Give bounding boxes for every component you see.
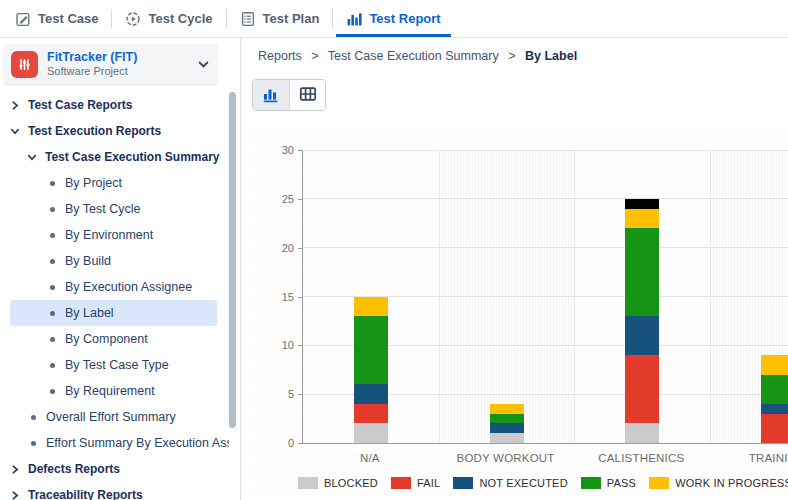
chart-legend: BLOCKEDFAILNOT EXECUTEDPASSWORK IN PROGR… (298, 477, 788, 489)
sidebar-item-test-execution-reports[interactable]: Test Execution Reports (0, 118, 229, 144)
bullet-icon (50, 259, 55, 264)
legend-item[interactable]: WORK IN PROGRESS (649, 477, 788, 489)
bar-segment[interactable] (354, 297, 388, 317)
bar-segment[interactable] (625, 355, 659, 423)
gridline (439, 150, 440, 443)
sidebar-item-label: Effort Summary By Execution Assignee (46, 436, 229, 450)
breadcrumb-separator: > (311, 49, 318, 63)
bar-segment[interactable] (761, 404, 788, 414)
sidebar-item-label: Traceability Reports (28, 488, 143, 500)
legend-label: BLOCKED (324, 477, 378, 489)
sidebar-item-by-execution-assignee[interactable]: By Execution Assignee (0, 274, 229, 300)
tab-label: Test Case (38, 11, 98, 26)
legend-label: NOT EXECUTED (479, 477, 567, 489)
legend-item[interactable]: PASS (581, 477, 636, 489)
bullet-icon (50, 311, 55, 316)
sidebar-item-by-test-case-type[interactable]: By Test Case Type (0, 352, 229, 378)
chevron-down-icon (27, 152, 37, 163)
bar-segment[interactable] (625, 228, 659, 316)
sidebar-item-label: By Requirement (65, 384, 155, 398)
project-name: FitTracker (FIT) (47, 50, 137, 64)
y-tick-label: 15 (260, 291, 294, 303)
sidebar-item-traceability-reports[interactable]: Traceability Reports (0, 482, 229, 500)
sidebar-item-by-requirement[interactable]: By Requirement (0, 378, 229, 404)
bar-segment[interactable] (625, 199, 659, 209)
category-band (439, 150, 575, 443)
top-navigation: Test Case Test Cycle Test Plan (0, 0, 788, 38)
x-category-label: CALISTHENICS (573, 452, 709, 464)
bar-segment[interactable] (354, 423, 388, 443)
test-cycle-icon (125, 11, 141, 27)
legend-label: PASS (607, 477, 636, 489)
bar-segment[interactable] (490, 414, 524, 424)
tab-test-cycle[interactable]: Test Cycle (112, 0, 225, 37)
bar-segment[interactable] (354, 384, 388, 404)
chart-panel: 051015202530 N/ABODY WORKOUTCALISTHENICS… (250, 130, 788, 498)
sidebar-item-label: By Project (65, 176, 122, 190)
y-tick-label: 25 (260, 193, 294, 205)
sidebar-item-label: By Environment (65, 228, 153, 242)
sidebar-item-effort-summary-by-execution-assignee[interactable]: Effort Summary By Execution Assignee (0, 430, 229, 456)
sidebar-item-test-case-execution-summary[interactable]: Test Case Execution Summary (0, 144, 229, 170)
sidebar-scrollbar[interactable] (229, 92, 236, 428)
y-tick (298, 150, 302, 151)
project-icon (11, 51, 38, 78)
tab-label: Test Cycle (148, 11, 212, 26)
y-tick (298, 248, 302, 249)
chart-view-button[interactable] (253, 80, 289, 110)
sidebar-item-by-environment[interactable]: By Environment (0, 222, 229, 248)
breadcrumb-item-reports[interactable]: Reports (258, 49, 302, 63)
x-category-label: TRAINING (709, 452, 788, 464)
y-tick-label: 30 (260, 144, 294, 156)
sidebar-item-by-label[interactable]: By Label (10, 300, 217, 326)
y-tick (298, 345, 302, 346)
tab-test-case[interactable]: Test Case (2, 0, 111, 37)
sidebar-item-label: Test Case Reports (28, 98, 132, 112)
bar-segment[interactable] (354, 316, 388, 384)
sidebar-item-by-test-cycle[interactable]: By Test Cycle (0, 196, 229, 222)
y-tick (298, 394, 302, 395)
sidebar-item-by-component[interactable]: By Component (0, 326, 229, 352)
sidebar-item-test-case-reports[interactable]: Test Case Reports (0, 92, 229, 118)
bar-segment[interactable] (761, 375, 788, 404)
chevron-right-icon (10, 100, 20, 111)
bar-segment[interactable] (761, 414, 788, 443)
y-tick (298, 443, 302, 444)
plot-area (302, 150, 788, 444)
project-type: Software Project (47, 65, 137, 78)
bar-segment[interactable] (625, 209, 659, 229)
bar-segment[interactable] (761, 355, 788, 375)
breadcrumb: Reports > Test Case Execution Summary > … (258, 49, 577, 63)
legend-label: WORK IN PROGRESS (675, 477, 788, 489)
bar-segment[interactable] (490, 433, 524, 443)
legend-swatch (391, 477, 411, 489)
bar-segment[interactable] (625, 423, 659, 443)
y-tick (298, 297, 302, 298)
legend-item[interactable]: FAIL (391, 477, 440, 489)
legend-item[interactable]: NOT EXECUTED (453, 477, 567, 489)
sidebar-item-by-build[interactable]: By Build (0, 248, 229, 274)
bar-segment[interactable] (490, 404, 524, 414)
bar-segment[interactable] (625, 316, 659, 355)
bar-segment[interactable] (490, 423, 524, 433)
bullet-icon (31, 441, 36, 446)
sidebar-item-label: Test Execution Reports (28, 124, 161, 138)
sidebar-item-overall-effort-summary[interactable]: Overall Effort Summary (0, 404, 229, 430)
tab-test-report[interactable]: Test Report (333, 0, 453, 37)
sidebar-item-by-project[interactable]: By Project (0, 170, 229, 196)
bar-segment[interactable] (354, 404, 388, 424)
sidebar-item-label: Defects Reports (28, 462, 120, 476)
breadcrumb-separator: > (508, 49, 515, 63)
view-toggle (252, 79, 326, 111)
legend-swatch (453, 477, 473, 489)
project-selector[interactable]: FitTracker (FIT) Software Project (3, 44, 218, 85)
legend-swatch (298, 477, 318, 489)
tab-test-plan[interactable]: Test Plan (227, 0, 333, 37)
legend-item[interactable]: BLOCKED (298, 477, 378, 489)
breadcrumb-item-summary[interactable]: Test Case Execution Summary (328, 49, 499, 63)
main-content: Reports > Test Case Execution Summary > … (241, 38, 788, 500)
sidebar-item-defects-reports[interactable]: Defects Reports (0, 456, 229, 482)
test-case-icon (15, 11, 31, 27)
table-view-button[interactable] (289, 80, 325, 110)
test-plan-icon (240, 11, 256, 27)
